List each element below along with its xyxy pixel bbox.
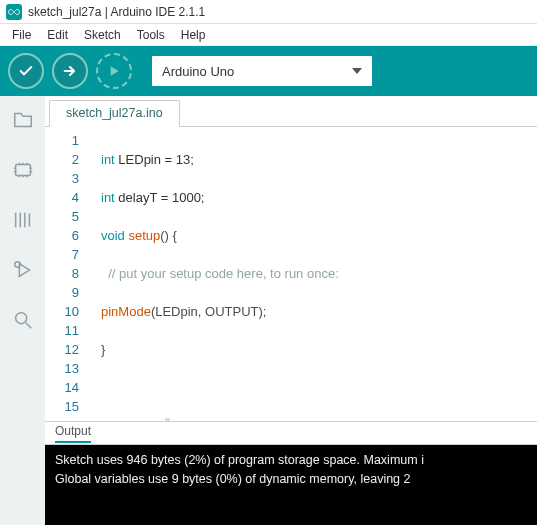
- verify-button[interactable]: [8, 53, 44, 89]
- menu-edit[interactable]: Edit: [39, 26, 76, 44]
- editor-tabbar: sketch_jul27a.ino: [45, 96, 537, 126]
- activity-bar: [0, 96, 45, 525]
- toolbar: Arduino Uno: [0, 46, 537, 96]
- upload-button[interactable]: [52, 53, 88, 89]
- menu-help[interactable]: Help: [173, 26, 214, 44]
- svg-point-2: [15, 313, 26, 324]
- library-manager-icon[interactable]: [7, 204, 39, 236]
- board-selector-label: Arduino Uno: [162, 64, 234, 79]
- board-selector[interactable]: Arduino Uno: [152, 56, 372, 86]
- line-gutter: 123456789101112131415: [45, 127, 93, 421]
- editor-tab[interactable]: sketch_jul27a.ino: [49, 100, 180, 127]
- output-console[interactable]: Sketch uses 946 bytes (2%) of program st…: [45, 445, 537, 525]
- code-area[interactable]: int LEDpin = 13; int delayT = 1000; void…: [93, 127, 537, 421]
- debug-icon[interactable]: [7, 254, 39, 286]
- window-titlebar: sketch_jul27a | Arduino IDE 2.1.1: [0, 0, 537, 24]
- code-editor[interactable]: 123456789101112131415 int LEDpin = 13; i…: [45, 126, 537, 421]
- menu-tools[interactable]: Tools: [129, 26, 173, 44]
- search-icon[interactable]: [7, 304, 39, 336]
- sketchbook-icon[interactable]: [7, 104, 39, 136]
- chevron-down-icon: [352, 68, 362, 74]
- window-title: sketch_jul27a | Arduino IDE 2.1.1: [28, 5, 205, 19]
- menu-sketch[interactable]: Sketch: [76, 26, 129, 44]
- output-panel-header[interactable]: Output: [45, 421, 537, 445]
- output-tab-label: Output: [55, 424, 91, 443]
- boards-manager-icon[interactable]: [7, 154, 39, 186]
- debug-button[interactable]: [96, 53, 132, 89]
- menu-file[interactable]: File: [4, 26, 39, 44]
- menubar: File Edit Sketch Tools Help: [0, 24, 537, 46]
- arduino-app-icon: [6, 4, 22, 20]
- svg-rect-0: [15, 165, 30, 176]
